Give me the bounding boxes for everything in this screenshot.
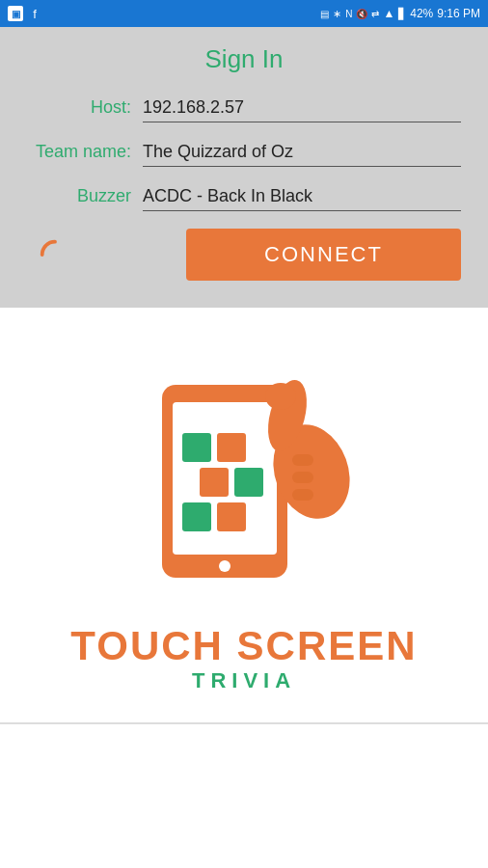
loading-spinner [37,236,73,273]
logo-touch-screen-text: TOUCH SCREEN [70,626,417,666]
signin-panel: Sign In Host: Team name: Buzzer CONNECT [0,27,488,308]
status-bar-right: ▤ ∗ N 🔇 ⇄ ▲ ▋ 42% 9:16 PM [320,7,480,20]
app-icon-1: ▣ [8,6,23,21]
mute-icon: 🔇 [356,9,367,19]
svg-rect-8 [217,502,246,531]
host-label: Host: [27,97,143,118]
network-icon: N [345,9,352,19]
svg-rect-13 [292,472,313,483]
battery-pct: 42% [410,7,433,20]
svg-rect-5 [200,468,229,497]
app-icon-2: f [28,7,41,20]
team-row: Team name: [27,140,461,167]
host-input[interactable] [143,95,461,122]
buzzer-row: Buzzer [27,184,461,211]
bluetooth-icon: ∗ [333,8,341,20]
wifi-icon: ▲ [383,7,394,20]
team-label: Team name: [27,142,143,162]
signal-icon: ▋ [398,8,406,20]
logo-trivia-text: TRIVIA [192,668,296,693]
svg-rect-14 [292,489,313,501]
host-row: Host: [27,95,461,122]
buzzer-input[interactable] [143,184,461,211]
svg-rect-4 [217,433,246,462]
sim-icon: ▤ [320,9,329,19]
connect-row: CONNECT [27,229,461,281]
status-bar: ▣ f ▤ ∗ N 🔇 ⇄ ▲ ▋ 42% 9:16 PM [0,0,488,27]
connect-button[interactable]: CONNECT [186,229,461,281]
bottom-divider [0,722,488,724]
buzzer-label: Buzzer [27,186,143,206]
clock: 9:16 PM [437,7,480,20]
svg-rect-12 [292,454,313,466]
team-input[interactable] [143,140,461,167]
logo-area: TOUCH SCREEN TRIVIA [0,308,488,722]
svg-point-2 [219,560,230,572]
svg-rect-3 [182,433,211,462]
logo-svg [109,346,379,616]
svg-rect-6 [234,468,263,497]
svg-rect-7 [182,502,211,531]
signin-title: Sign In [27,44,461,74]
svg-point-11 [265,383,296,410]
status-bar-left: ▣ f [8,6,41,21]
sync-icon: ⇄ [371,9,379,19]
